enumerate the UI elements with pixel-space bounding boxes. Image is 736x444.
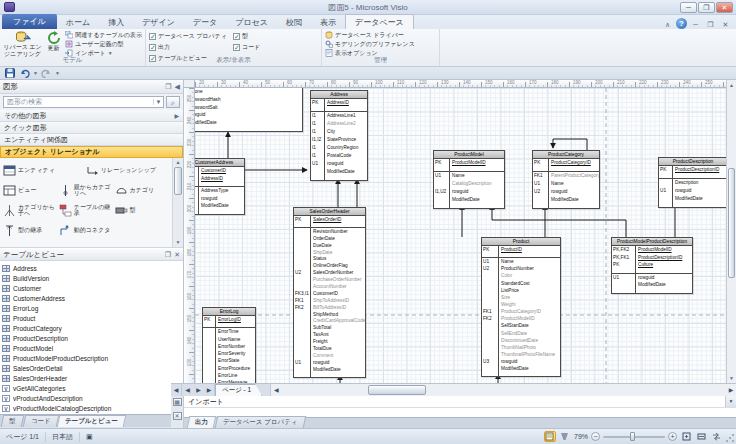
tab-校閲[interactable]: 校閲: [277, 15, 311, 29]
er-table-ErrorLog[interactable]: ErrorLogPKErrorLogID ErrorTimeUserNameEr…: [202, 307, 256, 383]
doc-restore-icon[interactable]: ❐: [704, 19, 717, 29]
next-page-button[interactable]: ▶: [193, 384, 204, 396]
list-item-SalesOrderDetail[interactable]: SalesOrderDetail: [2, 363, 183, 373]
list-item-Customer[interactable]: Customer: [2, 283, 183, 293]
fit-page-icon[interactable]: [680, 431, 692, 442]
page-tab[interactable]: ページ - 1: [215, 384, 262, 396]
stencil-object-relational[interactable]: オブジェクト リレーショナル: [0, 146, 183, 158]
refresh-button[interactable]: 更新: [42, 30, 65, 57]
output-row[interactable]: インポート ▼: [184, 396, 736, 408]
tab-データ[interactable]: データ: [184, 15, 226, 29]
tab-file[interactable]: ファイル: [2, 14, 57, 29]
zoom-level[interactable]: 79%: [574, 433, 588, 440]
zoom-slider[interactable]: [603, 431, 665, 442]
quick-shapes-bar[interactable]: クイック図形: [0, 122, 183, 134]
list-item-BuildVersion[interactable]: BuildVersion: [2, 273, 183, 283]
doc-close-icon[interactable]: ✕: [719, 19, 732, 29]
panel-tab-型[interactable]: 型: [1, 415, 24, 427]
list-item-ErrorLog[interactable]: ErrorLog: [2, 303, 183, 313]
output-grid-icon[interactable]: ▦: [173, 398, 182, 406]
button-データベース ドライバー[interactable]: データベース ドライバー: [325, 31, 415, 39]
help-icon[interactable]: ?: [676, 18, 687, 29]
tab-挿入[interactable]: 挿入: [99, 15, 133, 29]
list-item-CustomerAddress[interactable]: CustomerAddress: [2, 293, 183, 303]
page-indicator[interactable]: ページ 1/1: [0, 432, 46, 442]
er-table-Customer[interactable]: PhonePasswordHashPasswordSaltrowguidModi…: [195, 88, 303, 132]
list-item-Address[interactable]: Address: [2, 263, 183, 273]
qat-customize-icon[interactable]: ▼: [55, 70, 60, 76]
button-モデリングのプリファレンス[interactable]: モデリングのプリファレンス: [325, 40, 415, 48]
save-button[interactable]: [3, 68, 16, 79]
stencil-entity-relationship[interactable]: エンティティ関係図: [0, 134, 183, 146]
scroll-right-icon[interactable]: ▶: [726, 384, 736, 396]
shape-search-input[interactable]: 図形の検索 ▼: [3, 96, 164, 108]
tab-デザイン[interactable]: デザイン: [133, 15, 184, 29]
minimize-ribbon-icon[interactable]: ∧: [661, 19, 674, 29]
shape-category-to-child[interactable]: カテゴリから子へ: [2, 200, 58, 220]
shape-view[interactable]: ビュー: [2, 180, 58, 200]
undo-dropdown-icon[interactable]: ▼: [33, 70, 38, 76]
search-dropdown-icon[interactable]: ▼: [153, 99, 163, 105]
tab-ホーム[interactable]: ホーム: [57, 15, 99, 29]
scroll-left-icon[interactable]: ◀: [271, 384, 281, 396]
scrollbar-thumb[interactable]: [368, 385, 426, 395]
list-item-vProductModelCatalogDescription[interactable]: VvProductModelCatalogDescription: [2, 403, 183, 413]
tab-データベース[interactable]: データベース: [345, 14, 414, 29]
output-tab-データベース プロパティ[interactable]: データベース プロパティ: [215, 416, 306, 428]
shape-category[interactable]: カテゴリ: [114, 180, 170, 200]
scroll-down-icon[interactable]: ▼: [727, 373, 736, 383]
redo-button[interactable]: [40, 68, 53, 79]
first-page-button[interactable]: ◀: [171, 384, 182, 396]
zoom-out-button[interactable]: −: [591, 432, 600, 441]
reverse-engineering-button[interactable]: リバース エンジニアリング: [3, 30, 42, 57]
er-table-ProductModel[interactable]: ProductModelPKProductModelIDU1 I1,U2 Nam…: [433, 150, 505, 209]
list-item-ProductModelProductDescription[interactable]: ProductModelProductDescription: [2, 353, 183, 363]
checkbox-型[interactable]: ✓型: [233, 32, 260, 41]
checkbox-コード[interactable]: ✓コード: [233, 43, 260, 52]
scroll-up-icon[interactable]: ▲: [727, 80, 736, 90]
list-item-ProductModel[interactable]: ProductModel: [2, 343, 183, 353]
zoom-slider-thumb[interactable]: [630, 432, 635, 441]
er-table-ProductModelProductDescription[interactable]: ProductModelProductDescriptionPK,FK2PK,F…: [611, 237, 693, 294]
collapse-panel-icon[interactable]: ◀: [175, 83, 180, 91]
er-table-SalesOrderHeader[interactable]: SalesOrderHeaderPKSalesOrderID U2 FK3,I1…: [293, 207, 366, 378]
macro-record-icon[interactable]: ▣: [80, 433, 99, 441]
list-item-vProductAndDescription[interactable]: VvProductAndDescription: [2, 393, 183, 403]
er-table-ProductDescription[interactable]: ProductDescriptionPKProductDescriptionID…: [658, 157, 726, 208]
doc-minimize-icon[interactable]: ─: [689, 19, 702, 29]
checkbox-データベース プロパティ[interactable]: ✓データベース プロパティ: [149, 32, 227, 41]
er-table-CustomerAddress[interactable]: CustomerAddressFK2FK1CustomerIDAddressID…: [195, 158, 245, 215]
prev-page-button[interactable]: ◀: [182, 384, 193, 396]
er-table-Address[interactable]: AddressPKAddressIDI1I1I1I1,I2I1I1U1 Addr…: [310, 90, 368, 181]
scrollbar-thumb[interactable]: [728, 168, 735, 278]
float-panel-icon[interactable]: ❐: [165, 251, 171, 259]
relationship-connector[interactable]: [553, 139, 587, 150]
close-output-icon[interactable]: ✕: [173, 412, 182, 420]
shape-type-inheritance[interactable]: 型の継承: [2, 220, 58, 240]
vertical-scrollbar[interactable]: ▲ ▼: [726, 80, 736, 383]
list-item-Product[interactable]: Product: [2, 313, 183, 323]
list-item-SalesOrderHeader[interactable]: SalesOrderHeader: [2, 373, 183, 383]
panel-tab-テーブルとビュー[interactable]: テーブルとビュー: [57, 415, 126, 427]
fit-width-icon[interactable]: [695, 431, 707, 442]
checkbox-出力[interactable]: ✓出力: [149, 43, 227, 52]
drawing-canvas[interactable]: PhonePasswordHashPasswordSaltrowguidModi…: [195, 88, 726, 383]
shape-table-inheritance[interactable]: テーブルの継承: [58, 200, 114, 220]
horizontal-scrollbar[interactable]: ◀ ▶: [270, 384, 736, 396]
zoom-in-button[interactable]: +: [668, 432, 677, 441]
shape-type[interactable]: 型: [114, 200, 170, 220]
undo-button[interactable]: [18, 68, 31, 79]
er-table-ProductCategory[interactable]: ProductCategoryPKProductCategoryIDFK1U1U…: [532, 150, 600, 209]
shape-relationship[interactable]: リレーションシップ: [85, 160, 168, 180]
scroll-up-icon[interactable]: ▲: [173, 158, 183, 167]
switch-windows-icon[interactable]: [710, 431, 722, 442]
scroll-down-icon[interactable]: ▼: [173, 238, 183, 247]
language-indicator[interactable]: 日本語: [46, 432, 80, 442]
show-related-tables-button[interactable]: 関連するテーブルの表示: [65, 31, 142, 39]
shapes-scrollbar[interactable]: ▲ ▼: [172, 158, 183, 247]
list-item-ProductCategory[interactable]: ProductCategory: [2, 323, 183, 333]
full-page-view-icon[interactable]: [559, 431, 571, 442]
resize-grip[interactable]: [725, 433, 735, 443]
shape-parent-to-category[interactable]: 親からカテゴリへ: [58, 180, 114, 200]
user-defined-types-button[interactable]: ユーザー定義の型: [65, 40, 142, 48]
